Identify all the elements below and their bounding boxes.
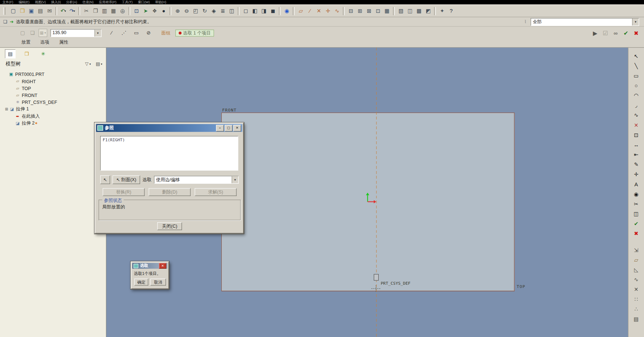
mail-icon[interactable]: ✉ — [45, 7, 54, 16]
favorites-tab[interactable]: ✳ — [38, 49, 48, 58]
section-button[interactable]: ↖ 剖面(X) — [113, 175, 140, 184]
grid-display-icon[interactable]: ▦ — [382, 7, 391, 16]
close-dialog-button[interactable]: 关闭(C) — [157, 222, 182, 230]
csys-display-icon[interactable]: ⊡ — [373, 7, 382, 16]
dashboard-tab[interactable]: 选项 — [37, 38, 53, 45]
print-icon[interactable]: ▤ — [36, 7, 45, 16]
context-help-icon[interactable]: ? — [447, 7, 456, 16]
view-manager-icon[interactable]: ◫ — [227, 7, 236, 16]
menu-item[interactable]: 信息(N) — [82, 0, 94, 4]
tree-item-part[interactable]: ▣ PRT0001.PRT — [0, 71, 106, 78]
tree-item-front[interactable]: ▱ FRONT — [0, 92, 106, 98]
repaint-icon[interactable]: ↻ — [200, 7, 209, 16]
close-button[interactable]: ✕ — [159, 263, 166, 269]
datum-csys-icon[interactable]: ✛ — [323, 7, 332, 16]
palette-icon[interactable]: ◉ — [632, 190, 640, 198]
flip-direction-icon[interactable]: ∕ — [107, 29, 116, 37]
references-icon[interactable]: ◩ — [423, 7, 432, 16]
attach-window-icon[interactable]: ❏ — [3, 19, 7, 25]
tree-columns-button[interactable]: ▤ ▾ — [94, 61, 103, 67]
dimension-tool-icon[interactable]: ↔ — [632, 141, 640, 149]
rectangle-tool-icon[interactable]: ▭ — [632, 72, 640, 80]
plane-display-icon[interactable]: ⊟ — [346, 7, 355, 16]
minimize-button[interactable]: – — [216, 125, 224, 131]
reference-type-combo[interactable]: 使用边/偏移 ▾ — [154, 176, 239, 183]
smart-select-icon[interactable]: ➤ — [141, 7, 150, 16]
thicken-icon[interactable]: ⋰ — [119, 29, 129, 37]
open-folder-icon[interactable]: ❒ — [18, 7, 27, 16]
zoom-in-icon[interactable]: ⊕ — [173, 7, 182, 16]
remove-material-icon[interactable]: ⊘ — [144, 29, 153, 37]
point-tool-icon[interactable]: ✕ — [632, 121, 640, 129]
reference-type-caret[interactable]: ▾ — [232, 176, 238, 183]
chamfer-icon[interactable]: ◺ — [632, 265, 640, 274]
notes-icon[interactable]: ◫ — [405, 7, 415, 16]
tree-item-top[interactable]: ▱ TOP — [0, 85, 106, 92]
copy-icon[interactable]: ❐ — [91, 7, 100, 16]
mirror-tool-icon[interactable]: ◫ — [632, 210, 640, 218]
use-edge-icon[interactable]: ⊡ — [632, 131, 640, 139]
cancel-feature-icon[interactable]: ✖ — [632, 29, 641, 38]
text-tool-icon[interactable]: A — [632, 180, 640, 188]
model-tree-tab[interactable]: ▤ — [5, 49, 16, 58]
model-setup-icon[interactable]: ✦ — [437, 7, 447, 16]
dashboard-tab[interactable]: 属性 — [56, 38, 72, 45]
select-dialog-titlebar[interactable]: 选取 ✕ — [132, 263, 167, 269]
centerline-handle[interactable] — [374, 274, 379, 281]
folder-browser-tab[interactable]: ❒ — [21, 49, 32, 58]
pattern-icon[interactable]: ∷ — [632, 295, 640, 303]
cancel-button[interactable]: 取消 — [150, 279, 166, 285]
save-icon[interactable]: ▣ — [27, 7, 36, 16]
replace-button[interactable]: 替换(R) — [103, 188, 144, 196]
point-display-icon[interactable]: ⊠ — [364, 7, 374, 16]
datum-point-icon[interactable]: ✕ — [314, 7, 323, 16]
menu-item[interactable]: 插入(I) — [51, 0, 61, 4]
select-box-icon[interactable]: ⊡ — [132, 7, 141, 16]
parallelogram-icon[interactable]: ▱ — [632, 256, 640, 264]
datum-curve-icon[interactable]: ∿ — [332, 7, 341, 16]
sketch-view-icon[interactable]: ❏ — [28, 29, 37, 37]
hatch-grid-icon[interactable]: ▤ — [632, 315, 640, 323]
toolbar-grip[interactable] — [3, 7, 5, 15]
tree-expander-icon[interactable]: ⊞ — [4, 107, 9, 111]
datum-axis-icon[interactable]: ∕ — [305, 7, 314, 16]
symbols-icon[interactable]: ▩ — [415, 7, 424, 16]
tree-item-csys[interactable]: ✳ PRT_CSYS_DEF — [0, 99, 106, 106]
delete-button[interactable]: 删除(D) — [149, 188, 191, 196]
menu-item[interactable]: 应用程序(P) — [99, 0, 117, 4]
solve-button[interactable]: 求解(S) — [195, 188, 236, 196]
menu-item[interactable]: 文件(F) — [3, 0, 13, 4]
sketch-plane-icon[interactable]: ▢ — [18, 29, 27, 37]
circle-tool-icon[interactable]: ○ — [632, 81, 640, 90]
verify-preview-icon[interactable]: ∞ — [611, 29, 620, 38]
paste-icon[interactable]: ▥ — [100, 7, 109, 16]
sketch-done-icon[interactable]: ✔ — [632, 219, 640, 228]
cut-icon[interactable]: ✂ — [82, 7, 91, 16]
model-analysis-icon[interactable]: ⌇ — [524, 19, 526, 25]
delete-segment-icon[interactable]: ✕ — [632, 285, 640, 293]
ok-button[interactable]: 确定 — [134, 279, 148, 285]
spline-tool-icon[interactable]: ∿ — [632, 111, 640, 119]
select-arrow-icon[interactable]: ↖ — [632, 52, 640, 60]
find-icon[interactable]: ◎ — [118, 7, 127, 16]
maximize-button[interactable]: ▢ — [225, 125, 232, 131]
reorient-icon[interactable]: ◈ — [209, 7, 218, 16]
references-listbox[interactable]: F1(RIGHT) — [100, 136, 238, 170]
fillet-tool-icon[interactable]: ◞ — [632, 101, 640, 109]
menu-item[interactable]: 编辑(E) — [19, 0, 29, 4]
line-tool-icon[interactable]: ╲ — [632, 62, 640, 70]
baseline-dim-icon[interactable]: ⇤ — [632, 150, 640, 159]
select-references-button[interactable]: ↖ — [100, 175, 110, 184]
filter-list-icon[interactable]: ❖ — [150, 7, 159, 16]
shaded-sphere-icon[interactable]: ● — [159, 7, 168, 16]
selection-filter-caret[interactable]: ▾ — [632, 18, 639, 25]
menu-item[interactable]: 窗口(W) — [138, 0, 150, 4]
modify-dim-icon[interactable]: ✎ — [632, 160, 640, 168]
dashboard-tab[interactable]: 放置 — [18, 38, 34, 45]
menu-item[interactable]: 视图(V) — [35, 0, 46, 4]
trim-tool-icon[interactable]: ✂ — [632, 200, 640, 208]
redo-icon[interactable]: ↷ ▾ — [68, 7, 77, 16]
layers-icon[interactable]: ≣ — [218, 7, 227, 16]
depth-option-combo[interactable]: ⊞ ▾ — [38, 29, 47, 37]
undo-icon[interactable]: ↶ ▾ — [59, 7, 68, 16]
